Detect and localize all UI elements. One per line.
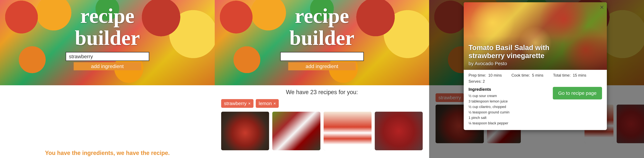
recipe-meta: Prep time: 10 mins Cook time: 5 mins Tot… — [464, 70, 607, 85]
ingredient-tag-row: strawberry × lemon × — [215, 99, 429, 108]
results-count-text: We have 23 recipes for you: — [215, 89, 429, 96]
ingredient-tag-strawberry[interactable]: strawberry × — [221, 99, 254, 108]
remove-tag-icon[interactable]: × — [274, 101, 276, 106]
recipe-card[interactable] — [375, 112, 423, 150]
title-line-2: builder — [289, 27, 354, 49]
recipe-detail-modal: Tomato Basil Salad with strawberry vineg… — [464, 2, 607, 130]
cook-time: Cook time: 5 mins — [512, 73, 544, 78]
tag-label: strawberry — [224, 101, 246, 106]
close-icon[interactable] — [599, 4, 604, 10]
remove-tag-icon[interactable]: × — [248, 101, 250, 106]
title-line-1: recipe — [75, 5, 140, 27]
recipe-card[interactable] — [221, 112, 269, 150]
panel-initial: recipe builder add ingredient You have t… — [0, 0, 215, 158]
add-ingredient-button[interactable]: add ingredient — [288, 62, 356, 70]
ingredient-item: 3 tablespoon lemon juice — [468, 99, 548, 104]
app-title: recipe builder — [75, 5, 140, 49]
title-line-1: recipe — [289, 5, 354, 27]
recipe-card[interactable] — [324, 112, 372, 150]
ingredient-item: ½ teaspoon ground cumin — [468, 110, 548, 115]
recipe-author: by Avocado Pesto — [468, 61, 550, 66]
modal-hero-image: Tomato Basil Salad with strawberry vineg… — [464, 2, 607, 70]
app-title: recipe builder — [289, 5, 354, 49]
recipe-card[interactable] — [272, 112, 320, 150]
ingredient-item: 1 pinch salt — [468, 115, 548, 120]
serves: Serves: 2 — [468, 79, 602, 84]
title-line-2: builder — [75, 27, 140, 49]
ingredient-item: ½ cup cilantro, chopped — [468, 104, 548, 110]
ingredient-item: ¼ teaspoon black pepper — [468, 120, 548, 126]
ingredient-item: ½ cup sour cream — [468, 93, 548, 99]
recipe-title: Tomato Basil Salad with strawberry vineg… — [468, 44, 550, 60]
recipe-title-line2: strawberry vinegarette — [468, 52, 550, 60]
tagline-text: You have the ingredients, we have the re… — [0, 150, 215, 156]
go-to-recipe-button[interactable]: Go to recipe page — [553, 87, 602, 100]
tag-label: lemon — [259, 101, 272, 106]
hero-section: recipe builder add ingredient — [215, 0, 429, 85]
total-time: Total time: 15 mins — [553, 73, 586, 78]
recipe-title-line1: Tomato Basil Salad with — [468, 44, 550, 52]
panel-results: recipe builder add ingredient We have 23… — [215, 0, 429, 158]
ingredient-tag-lemon[interactable]: lemon × — [256, 99, 279, 108]
prep-time: Prep time: 10 mins — [468, 73, 502, 78]
ingredients-heading: Ingredients — [468, 87, 548, 92]
add-ingredient-button[interactable]: add ingredient — [74, 62, 141, 70]
recipe-card-row — [215, 108, 429, 150]
ingredient-input[interactable] — [280, 52, 364, 61]
panel-detail-modal: recipe builder add ingredient strawberry — [429, 0, 644, 158]
hero-section: recipe builder add ingredient — [0, 0, 215, 85]
ingredient-input[interactable] — [66, 52, 149, 61]
ingredients-list: ½ cup sour cream 3 tablespoon lemon juic… — [468, 93, 548, 126]
